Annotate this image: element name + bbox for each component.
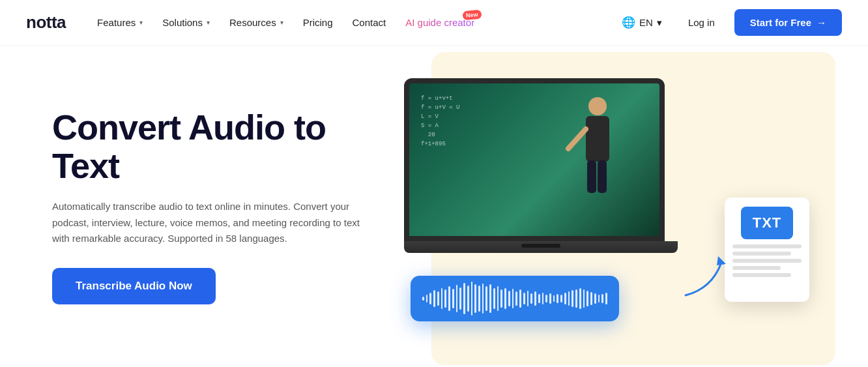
doc-line [732, 259, 802, 263]
conversion-arrow [679, 250, 731, 302]
laptop-base [404, 241, 678, 253]
waveform-bar [601, 294, 603, 303]
waveform-bar [519, 289, 521, 307]
waveform-bar [590, 292, 592, 304]
waveform-bar [564, 293, 566, 304]
globe-icon: 🌐 [622, 16, 635, 29]
waveform-bar [497, 286, 499, 311]
waveform-bar [448, 286, 450, 311]
waveform-bar [527, 291, 529, 306]
hero-left: Convert Audio to Text Automatically tran… [52, 108, 391, 304]
login-button[interactable]: Log in [679, 12, 724, 33]
waveform-bar [485, 286, 487, 312]
svg-rect-4 [598, 160, 607, 193]
chevron-down-icon: ▾ [139, 19, 143, 26]
waveform-bar [426, 295, 428, 302]
waveform-bar [467, 286, 469, 312]
hero-section: Convert Audio to Text Automatically tran… [0, 46, 868, 367]
waveform-bar [456, 285, 458, 312]
navbar: notta Features ▾ Solutions ▾ Resources ▾… [0, 0, 868, 46]
waveform-bar [594, 293, 596, 304]
waveform-card [411, 276, 619, 321]
waveform-bar [429, 293, 431, 304]
waveform-bar [583, 289, 585, 307]
waveform-bar [489, 284, 491, 313]
laptop-illustration: f = u+v+t f = u+V = U L = V S = A 20 f+1… [404, 78, 684, 267]
txt-badge: TXT [741, 207, 793, 239]
waveform-bar [534, 291, 536, 305]
waveform-bar [482, 284, 484, 314]
start-free-button[interactable]: Start for Free → [734, 9, 842, 36]
chevron-down-icon: ▾ [657, 17, 662, 29]
nav-contact[interactable]: Contact [345, 12, 394, 33]
waveform-bar [459, 287, 461, 310]
waveform-bar [452, 289, 454, 309]
waveform-bars [422, 282, 607, 315]
waveform-bar [444, 289, 446, 308]
waveform-bar [508, 291, 510, 306]
waveform-bar [530, 293, 532, 304]
waveform-bar [575, 289, 577, 308]
language-selector[interactable]: 🌐 EN ▾ [615, 10, 669, 35]
doc-line [732, 244, 802, 248]
nav-solutions[interactable]: Solutions ▾ [154, 12, 218, 33]
nav-links: Features ▾ Solutions ▾ Resources ▾ Prici… [89, 12, 615, 33]
waveform-bar [542, 293, 544, 304]
waveform-bar [441, 288, 443, 310]
waveform-bar [500, 289, 502, 308]
waveform-bar [538, 294, 540, 303]
laptop-screen: f = u+v+t f = u+V = U L = V S = A 20 f+1… [404, 78, 665, 241]
doc-line [732, 266, 781, 270]
waveform-bar [463, 283, 465, 314]
nav-resources[interactable]: Resources ▾ [222, 12, 291, 33]
waveform-bar [560, 295, 562, 302]
hero-subtitle: Automatically transcribe audio to text o… [52, 199, 365, 247]
teacher-silhouette [562, 90, 620, 207]
hero-right: f = u+v+t f = u+V = U L = V S = A 20 f+1… [391, 72, 816, 341]
waveform-bar [504, 288, 506, 310]
svg-rect-3 [587, 160, 596, 193]
svg-rect-1 [586, 116, 609, 162]
brand-logo[interactable]: notta [26, 12, 66, 33]
chalkboard-display: f = u+v+t f = u+V = U L = V S = A 20 f+1… [409, 83, 659, 236]
doc-line [732, 273, 791, 277]
waveform-bar [433, 290, 435, 306]
nav-ai-guide[interactable]: AI guide creator New [398, 12, 482, 33]
chevron-down-icon: ▾ [207, 19, 210, 26]
waveform-bar [422, 297, 424, 301]
waveform-bar [545, 295, 547, 302]
svg-line-2 [568, 129, 586, 149]
waveform-bar [515, 291, 517, 305]
waveform-bar [571, 290, 573, 306]
svg-point-0 [588, 97, 607, 115]
waveform-bar [437, 291, 439, 305]
hero-title: Convert Audio to Text [52, 108, 391, 186]
waveform-bar [549, 293, 551, 304]
transcribe-audio-button[interactable]: Transcribe Audio Now [52, 268, 216, 304]
chevron-down-icon: ▾ [280, 19, 283, 26]
waveform-bar [474, 284, 476, 313]
waveform-bar [471, 282, 473, 316]
txt-document-card: TXT [725, 198, 809, 302]
waveform-bar [605, 293, 607, 304]
nav-pricing[interactable]: Pricing [295, 12, 341, 33]
svg-marker-5 [717, 256, 726, 265]
waveform-bar [557, 294, 558, 303]
doc-line [732, 252, 791, 256]
waveform-bar [553, 295, 555, 302]
waveform-bar [586, 291, 588, 306]
document-lines [732, 244, 802, 277]
waveform-bar [493, 288, 495, 310]
nav-features[interactable]: Features ▾ [89, 12, 151, 33]
new-badge: New [462, 10, 482, 20]
waveform-bar [512, 289, 514, 309]
waveform-bar [523, 293, 525, 304]
waveform-bar [579, 288, 581, 310]
nav-right: 🌐 EN ▾ Log in Start for Free → [615, 9, 842, 36]
waveform-bar [598, 295, 600, 302]
waveform-bar [568, 291, 570, 305]
waveform-bar [478, 286, 480, 312]
